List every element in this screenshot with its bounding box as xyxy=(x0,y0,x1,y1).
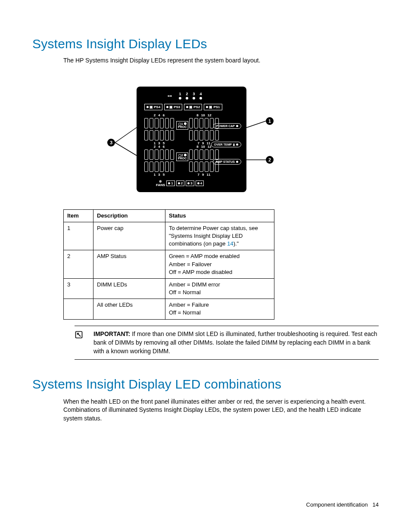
sid-panel: 1 2 3 4 ▣PS4 ▣PS3 ▣PS2 ▣PS1 246 135 ▢1PR… xyxy=(137,87,246,192)
pill-amp-status: AMP STATUS xyxy=(213,159,241,165)
page-footer: Component identification 14 xyxy=(306,501,379,508)
combinations-para: When the health LED on the front panel i… xyxy=(63,398,379,423)
svg-line-0 xyxy=(246,121,266,128)
heading-sid-leds: Systems Insight Display LEDs xyxy=(32,37,379,51)
important-text: If more than one DIMM slot LED is illumi… xyxy=(93,330,377,355)
pill-power-cap: POWER CAP xyxy=(213,123,241,129)
callout-2: 2 xyxy=(266,156,274,164)
ps-row: ▣PS4 ▣PS3 ▣PS2 ▣PS1 xyxy=(144,104,222,110)
sid-diagram: 1 2 3 1 2 3 4 ▣PS4 ▣PS3 ▣PS2 ▣PS1 246 xyxy=(106,87,305,192)
important-note: IMPORTANT: If more than one DIMM slot LE… xyxy=(75,326,379,360)
page-link-14[interactable]: 14 xyxy=(227,240,233,247)
intro-text: The HP Systems Insight Display LEDs repr… xyxy=(63,56,379,65)
fans-row: ✲FANS 1 2 3 4 xyxy=(156,180,204,187)
proc2: ▢2PROC xyxy=(176,152,188,161)
table-row: All other LEDs Amber = FailureOff = Norm… xyxy=(64,299,274,319)
callout-1: 1 xyxy=(266,117,274,125)
table-row: 1 Power cap To determine Power cap statu… xyxy=(64,222,274,250)
table-row: 2 AMP Status Green = AMP mode enabledAmb… xyxy=(64,250,274,279)
th-desc: Description xyxy=(93,209,165,222)
table-row: 3 DIMM LEDs Amber = DIMM errorOff = Norm… xyxy=(64,278,274,299)
proc1: ▢1PROC xyxy=(176,121,188,130)
led-table: Item Description Status 1 Power cap To d… xyxy=(63,209,274,320)
th-item: Item xyxy=(64,209,93,222)
svg-line-3 xyxy=(115,143,137,156)
note-icon xyxy=(75,330,84,356)
callout-3: 3 xyxy=(107,139,115,146)
important-label: IMPORTANT: xyxy=(93,330,130,337)
pill-over-temp: OVER TEMP▮ xyxy=(211,142,241,147)
th-status: Status xyxy=(165,209,274,222)
heading-sid-combinations: Systems Insight Display LED combinations xyxy=(32,377,379,392)
svg-line-2 xyxy=(115,128,137,143)
